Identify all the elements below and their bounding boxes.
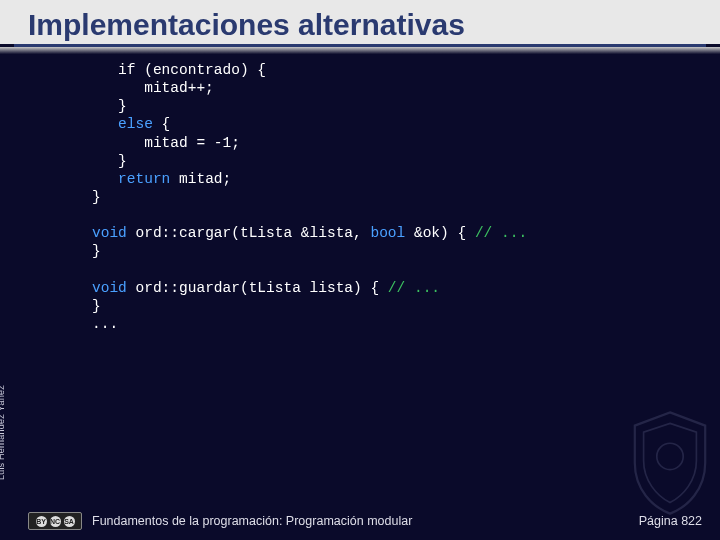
svg-point-0 [657, 443, 683, 469]
page-title: Implementaciones alternativas [0, 0, 720, 44]
cc-by-icon: BY [36, 516, 47, 527]
code-line: } [92, 189, 101, 205]
keyword-bool: bool [370, 225, 405, 241]
author-credit: Luis Hernández Yáñez [0, 385, 6, 480]
code-block: if (encontrado) { mitad++; } else { mita… [0, 55, 720, 333]
code-line: } [92, 98, 127, 114]
keyword-return: return [118, 171, 170, 187]
footer-left: BY NC SA Fundamentos de la programación:… [28, 512, 412, 530]
code-line: } [92, 243, 101, 259]
code-line: void ord::guardar(tLista lista) { // ... [92, 280, 440, 296]
code-line: mitad++; [92, 80, 214, 96]
footer: BY NC SA Fundamentos de la programación:… [0, 502, 720, 540]
page-number: Página 822 [639, 514, 702, 528]
comment: // ... [475, 225, 527, 241]
code-line: } [92, 153, 127, 169]
cc-sa-icon: SA [64, 516, 75, 527]
code-line: } [92, 298, 101, 314]
keyword-else: else [118, 116, 153, 132]
keyword-void: void [92, 225, 127, 241]
title-fade [0, 47, 720, 55]
cc-nc-icon: NC [50, 516, 61, 527]
code-line: return mitad; [92, 171, 231, 187]
code-line: mitad = -1; [92, 135, 240, 151]
code-line: if (encontrado) { [92, 62, 266, 78]
keyword-void: void [92, 280, 127, 296]
slide: Implementaciones alternativas if (encont… [0, 0, 720, 540]
code-line: else { [92, 116, 170, 132]
cc-license-badge: BY NC SA [28, 512, 82, 530]
code-line: ... [92, 316, 118, 332]
comment: // ... [388, 280, 440, 296]
code-line: void ord::cargar(tLista &lista, bool &ok… [92, 225, 527, 241]
footer-text: Fundamentos de la programación: Programa… [92, 514, 412, 528]
